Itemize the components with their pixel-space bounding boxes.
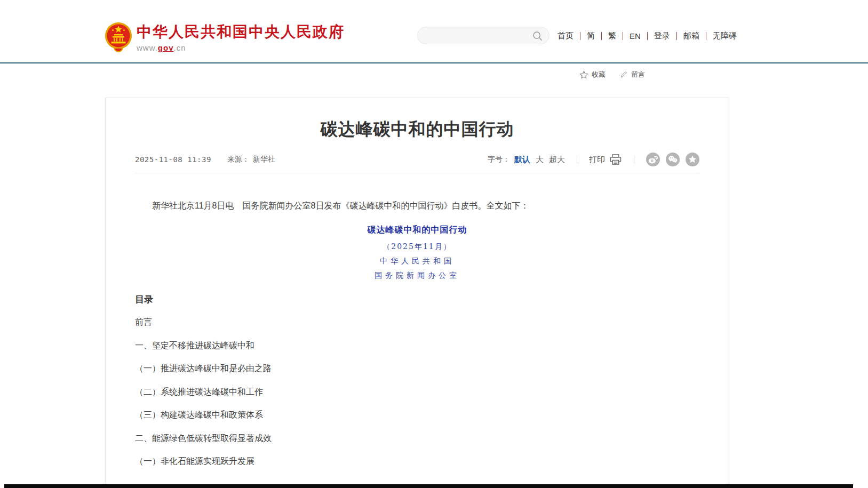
share-icons: [646, 153, 699, 166]
toc-item: （一）非化石能源实现跃升发展: [135, 450, 699, 473]
meta-separator: [577, 155, 577, 164]
nav-separator: [623, 32, 623, 40]
source-value[interactable]: 新华社: [253, 155, 275, 164]
site-url-prefix: www.: [137, 43, 158, 52]
pencil-icon: [619, 70, 628, 79]
nav-separator: [647, 32, 648, 40]
comment-button[interactable]: 留言: [619, 70, 645, 79]
article-panel: 碳达峰碳中和的中国行动 2025-11-08 11:39 来源： 新华社 字号：…: [105, 98, 729, 488]
weibo-share-icon[interactable]: [646, 153, 660, 166]
star-outline-icon: [579, 70, 588, 79]
font-size-large-button[interactable]: 大: [536, 155, 544, 165]
header-divider: [0, 62, 868, 63]
nav-separator: [601, 32, 602, 40]
nav-item-traditional[interactable]: 繁: [608, 31, 616, 41]
print-label: 打印: [589, 155, 605, 165]
printer-icon: [609, 154, 622, 165]
print-button[interactable]: 打印: [589, 154, 622, 165]
bottom-edge-bar: [4, 484, 853, 488]
toc-item: （三）构建碳达峰碳中和政策体系: [135, 403, 699, 427]
gov-cn-page: 中华人民共和国中央人民政府 www.gov.cn 首页 简 繁 EN 登录 邮箱…: [0, 0, 868, 488]
toc-item: （一）推进碳达峰碳中和是必由之路: [135, 357, 699, 380]
nav-item-mail[interactable]: 邮箱: [683, 31, 699, 41]
lead-paragraph: 新华社北京11月8日电 国务院新闻办公室8日发布《碳达峰碳中和的中国行动》白皮书…: [135, 199, 699, 213]
font-size-label: 字号：: [488, 155, 510, 164]
toc-item: 前言: [135, 310, 699, 334]
site-url-suffix: .cn: [174, 43, 186, 52]
nav-item-home[interactable]: 首页: [558, 31, 574, 41]
wechat-share-icon[interactable]: [666, 153, 680, 166]
meta-separator: [634, 155, 634, 164]
toc-item: （二）系统推进碳达峰碳中和工作: [135, 380, 699, 404]
favorite-button[interactable]: 收藏: [579, 70, 606, 79]
toc-item: 一、坚定不移推进碳达峰碳中和: [135, 334, 699, 357]
site-url: www.gov.cn: [137, 43, 345, 52]
doc-author-country: 中华人民共和国: [135, 257, 699, 266]
nav-item-login[interactable]: 登录: [654, 31, 670, 41]
font-size-default-button[interactable]: 默认: [514, 155, 530, 165]
national-emblem-logo: [105, 21, 132, 52]
publish-date: 2025-11-08 11:39: [135, 155, 211, 164]
comment-label: 留言: [631, 70, 645, 79]
doc-date: （2025年11月）: [135, 242, 699, 252]
source-label: 来源：: [227, 155, 250, 164]
doc-title: 碳达峰碳中和的中国行动: [135, 225, 699, 236]
font-size-xlarge-button[interactable]: 超大: [549, 155, 565, 165]
toc-list: 前言 一、坚定不移推进碳达峰碳中和 （一）推进碳达峰碳中和是必由之路 （二）系统…: [135, 310, 699, 473]
nav-separator: [580, 32, 580, 40]
search-icon[interactable]: [532, 31, 543, 41]
site-url-gov: gov: [158, 43, 174, 52]
nav-item-english[interactable]: EN: [630, 31, 641, 41]
nav-item-simplified[interactable]: 简: [587, 31, 595, 41]
page-title: 碳达峰碳中和的中国行动: [135, 117, 699, 141]
nav-item-accessibility[interactable]: 无障碍: [713, 31, 737, 41]
doc-author-office: 国务院新闻办公室: [135, 271, 699, 281]
nav-separator: [706, 32, 706, 40]
site-logo-text: 中华人民共和国中央人民政府 www.gov.cn: [137, 23, 345, 52]
site-header: 中华人民共和国中央人民政府 www.gov.cn 首页 简 繁 EN 登录 邮箱…: [0, 0, 868, 62]
page-actions: 收藏 留言: [579, 70, 645, 79]
article-meta-row: 2025-11-08 11:39 来源： 新华社 字号： 默认 大 超大 打印: [135, 153, 699, 173]
site-title: 中华人民共和国中央人民政府: [137, 23, 345, 41]
search-box: [417, 27, 550, 44]
nav-separator: [676, 32, 677, 40]
article-meta-left: 2025-11-08 11:39 来源： 新华社: [135, 155, 275, 164]
toc-heading: 目录: [135, 293, 699, 306]
top-nav: 首页 简 繁 EN 登录 邮箱 无障碍: [558, 30, 737, 42]
toc-item: 二、能源绿色低碳转型取得显著成效: [135, 427, 699, 450]
article-meta-right: 字号： 默认 大 超大 打印: [488, 153, 699, 166]
star-share-icon[interactable]: [686, 153, 699, 166]
favorite-label: 收藏: [592, 70, 606, 79]
search-input[interactable]: [426, 27, 528, 44]
article-body: 新华社北京11月8日电 国务院新闻办公室8日发布《碳达峰碳中和的中国行动》白皮书…: [135, 199, 699, 473]
